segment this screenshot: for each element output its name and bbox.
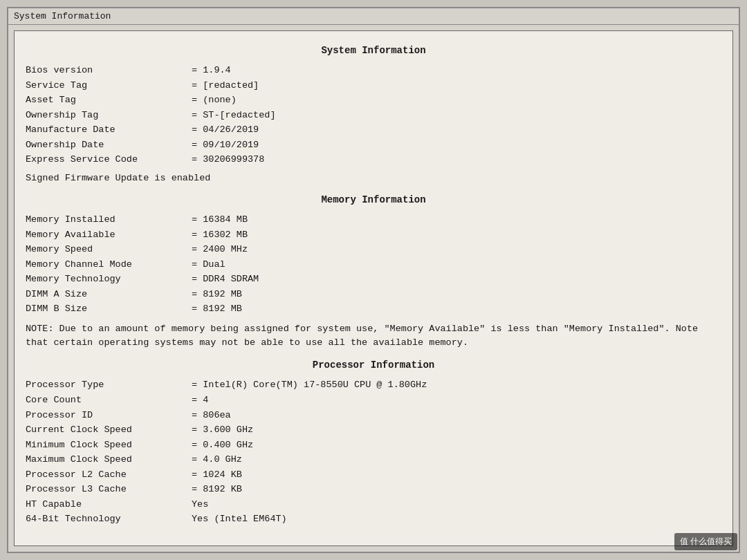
row-label: 64-Bit Technology [26, 512, 192, 527]
row-label: DIMM B Size [26, 301, 192, 317]
row-value: = 8192 MB [192, 301, 721, 317]
table-row: Processor ID= 806ea [26, 408, 721, 423]
row-label: Ownership Tag [26, 108, 192, 123]
row-value: Yes [192, 497, 721, 512]
row-value: = 04/26/2019 [192, 122, 721, 138]
table-row: Service Tag= [redacted] [26, 78, 721, 93]
row-label: Memory Channel Mode [26, 257, 192, 272]
table-row: Core Count= 4 [26, 393, 721, 408]
row-label: Manufacture Date [26, 122, 192, 138]
row-value: = 806ea [192, 408, 721, 423]
row-label: Processor L2 Cache [26, 467, 192, 483]
row-value: = DDR4 SDRAM [192, 272, 721, 287]
row-value: = 8192 MB [192, 287, 721, 302]
row-label: Processor ID [26, 408, 192, 423]
row-label: Processor Type [26, 377, 192, 393]
system-section-title: System Information [26, 45, 721, 56]
table-row: DIMM A Size= 8192 MB [26, 287, 721, 302]
watermark: 值 什么值得买 [674, 533, 737, 550]
row-label: Maximum Clock Speed [26, 452, 192, 467]
memory-section-title: Memory Information [26, 194, 721, 205]
table-row: Express Service Code= 30206999378 [26, 152, 721, 167]
inner-panel: System Information Bios version= 1.9.4Se… [14, 30, 733, 546]
processor-section-title: Processor Information [26, 360, 721, 371]
row-value: = 09/10/2019 [192, 138, 721, 153]
table-row: Processor Type= Intel(R) Core(TM) i7-855… [26, 377, 721, 393]
window-title-bar: System Information [8, 8, 739, 25]
table-row: 64-Bit TechnologyYes (Intel EM64T) [26, 512, 721, 527]
table-row: Ownership Tag= ST-[redacted] [26, 108, 721, 123]
row-label: Processor L3 Cache [26, 482, 192, 497]
table-row: Ownership Date= 09/10/2019 [26, 138, 721, 153]
row-label: Ownership Date [26, 138, 192, 153]
table-row: Maximum Clock Speed= 4.0 GHz [26, 452, 721, 467]
memory-section: Memory Information Memory Installed= 163… [26, 194, 721, 350]
outer-container: System Information System Information Bi… [7, 7, 740, 553]
row-label: Asset Tag [26, 93, 192, 108]
table-row: Memory Available= 16302 MB [26, 227, 721, 243]
table-row: Bios version= 1.9.4 [26, 63, 721, 78]
row-value: = 16384 MB [192, 212, 721, 227]
row-value: = [redacted] [192, 78, 721, 93]
row-value: = 3.600 GHz [192, 422, 721, 438]
table-row: HT CapableYes [26, 497, 721, 512]
processor-section: Processor Information Processor Type= In… [26, 360, 721, 527]
row-label: Service Tag [26, 78, 192, 93]
row-label: Bios version [26, 63, 192, 78]
system-info-table: Bios version= 1.9.4Service Tag= [redacte… [26, 63, 721, 167]
row-value: = 0.400 GHz [192, 438, 721, 453]
row-value: = 4 [192, 393, 721, 408]
table-row: Memory Installed= 16384 MB [26, 212, 721, 227]
table-row: Manufacture Date= 04/26/2019 [26, 122, 721, 138]
row-value: = 8192 KB [192, 482, 721, 497]
row-value: Yes (Intel EM64T) [192, 512, 721, 527]
table-row: Asset Tag= (none) [26, 93, 721, 108]
row-label: Memory Available [26, 227, 192, 243]
row-label: Minimum Clock Speed [26, 438, 192, 453]
row-label: HT Capable [26, 497, 192, 512]
window-title: System Information [14, 11, 111, 21]
row-value: = 16302 MB [192, 227, 721, 243]
row-value: = 1024 KB [192, 467, 721, 483]
row-label: Express Service Code [26, 152, 192, 167]
row-value: = 4.0 GHz [192, 452, 721, 467]
firmware-note: Signed Firmware Update is enabled [26, 173, 721, 183]
row-label: Memory Speed [26, 242, 192, 257]
processor-info-table: Processor Type= Intel(R) Core(TM) i7-855… [26, 377, 721, 527]
row-label: Current Clock Speed [26, 422, 192, 438]
row-value: = Dual [192, 257, 721, 272]
row-label: DIMM A Size [26, 287, 192, 302]
row-value: = 1.9.4 [192, 63, 721, 78]
row-value: = (none) [192, 93, 721, 108]
row-label: Memory Installed [26, 212, 192, 227]
table-row: Processor L2 Cache= 1024 KB [26, 467, 721, 483]
table-row: Memory Technology= DDR4 SDRAM [26, 272, 721, 287]
memory-note: NOTE: Due to an amount of memory being a… [26, 322, 721, 351]
row-value: = Intel(R) Core(TM) i7-8550U CPU @ 1.80G… [192, 377, 721, 393]
row-label: Core Count [26, 393, 192, 408]
row-label: Memory Technology [26, 272, 192, 287]
table-row: Memory Channel Mode= Dual [26, 257, 721, 272]
table-row: Processor L3 Cache= 8192 KB [26, 482, 721, 497]
row-value: = 2400 MHz [192, 242, 721, 257]
memory-info-table: Memory Installed= 16384 MBMemory Availab… [26, 212, 721, 317]
table-row: Memory Speed= 2400 MHz [26, 242, 721, 257]
system-section: System Information Bios version= 1.9.4Se… [26, 45, 721, 183]
row-value: = ST-[redacted] [192, 108, 721, 123]
table-row: Minimum Clock Speed= 0.400 GHz [26, 438, 721, 453]
row-value: = 30206999378 [192, 152, 721, 167]
table-row: Current Clock Speed= 3.600 GHz [26, 422, 721, 438]
table-row: DIMM B Size= 8192 MB [26, 301, 721, 317]
